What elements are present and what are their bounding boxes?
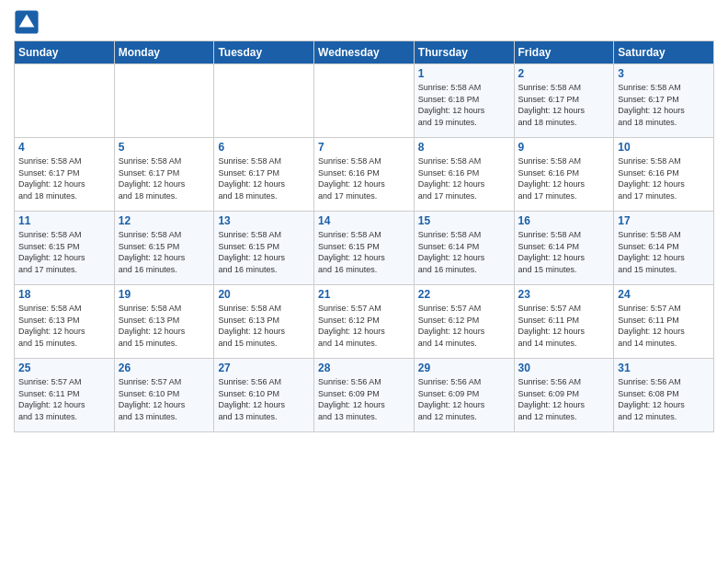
- day-cell: [314, 64, 415, 138]
- day-number: 20: [218, 288, 310, 301]
- day-info: Sunrise: 5:58 AM Sunset: 6:14 PM Dayligh…: [518, 229, 610, 275]
- day-cell: 3Sunrise: 5:58 AM Sunset: 6:17 PM Daylig…: [614, 64, 714, 138]
- header: [14, 9, 714, 35]
- day-cell: 23Sunrise: 5:57 AM Sunset: 6:11 PM Dayli…: [514, 285, 614, 359]
- day-number: 2: [518, 67, 610, 80]
- day-info: Sunrise: 5:56 AM Sunset: 6:09 PM Dayligh…: [318, 376, 410, 422]
- day-info: Sunrise: 5:58 AM Sunset: 6:13 PM Dayligh…: [18, 303, 110, 349]
- day-number: 31: [618, 362, 710, 374]
- day-cell: 4Sunrise: 5:58 AM Sunset: 6:17 PM Daylig…: [15, 138, 115, 212]
- col-wednesday: Wednesday: [314, 41, 415, 64]
- day-info: Sunrise: 5:56 AM Sunset: 6:10 PM Dayligh…: [218, 376, 310, 422]
- day-number: 1: [418, 67, 510, 80]
- day-number: 13: [218, 214, 310, 227]
- day-info: Sunrise: 5:58 AM Sunset: 6:15 PM Dayligh…: [318, 229, 410, 275]
- day-cell: 29Sunrise: 5:56 AM Sunset: 6:09 PM Dayli…: [414, 359, 514, 432]
- day-info: Sunrise: 5:57 AM Sunset: 6:11 PM Dayligh…: [618, 303, 710, 349]
- day-cell: 11Sunrise: 5:58 AM Sunset: 6:15 PM Dayli…: [15, 212, 115, 285]
- calendar-header: Sunday Monday Tuesday Wednesday Thursday…: [15, 41, 714, 64]
- week-row-2: 4Sunrise: 5:58 AM Sunset: 6:17 PM Daylig…: [15, 138, 714, 212]
- day-info: Sunrise: 5:57 AM Sunset: 6:11 PM Dayligh…: [518, 303, 610, 349]
- day-number: 22: [418, 288, 510, 301]
- day-info: Sunrise: 5:58 AM Sunset: 6:17 PM Dayligh…: [518, 82, 610, 128]
- day-number: 27: [218, 362, 310, 374]
- day-cell: 24Sunrise: 5:57 AM Sunset: 6:11 PM Dayli…: [614, 285, 714, 359]
- day-cell: 17Sunrise: 5:58 AM Sunset: 6:14 PM Dayli…: [614, 212, 714, 285]
- day-cell: 14Sunrise: 5:58 AM Sunset: 6:15 PM Dayli…: [314, 212, 415, 285]
- calendar-table: Sunday Monday Tuesday Wednesday Thursday…: [14, 40, 714, 432]
- week-row-5: 25Sunrise: 5:57 AM Sunset: 6:11 PM Dayli…: [15, 359, 714, 432]
- day-number: 3: [618, 67, 710, 80]
- day-number: 21: [318, 288, 410, 301]
- day-cell: 12Sunrise: 5:58 AM Sunset: 6:15 PM Dayli…: [114, 212, 214, 285]
- day-info: Sunrise: 5:56 AM Sunset: 6:09 PM Dayligh…: [418, 376, 510, 422]
- col-monday: Monday: [114, 41, 214, 64]
- day-number: 29: [418, 362, 510, 374]
- day-number: 23: [518, 288, 610, 301]
- day-info: Sunrise: 5:58 AM Sunset: 6:15 PM Dayligh…: [218, 229, 310, 275]
- day-cell: 21Sunrise: 5:57 AM Sunset: 6:12 PM Dayli…: [314, 285, 415, 359]
- day-info: Sunrise: 5:57 AM Sunset: 6:11 PM Dayligh…: [18, 376, 110, 422]
- day-number: 9: [518, 141, 610, 154]
- day-cell: 20Sunrise: 5:58 AM Sunset: 6:13 PM Dayli…: [214, 285, 314, 359]
- day-cell: 18Sunrise: 5:58 AM Sunset: 6:13 PM Dayli…: [15, 285, 115, 359]
- day-info: Sunrise: 5:58 AM Sunset: 6:13 PM Dayligh…: [119, 303, 210, 349]
- day-info: Sunrise: 5:57 AM Sunset: 6:10 PM Dayligh…: [119, 376, 210, 422]
- day-number: 17: [618, 214, 710, 227]
- week-row-3: 11Sunrise: 5:58 AM Sunset: 6:15 PM Dayli…: [15, 212, 714, 285]
- day-number: 24: [618, 288, 710, 301]
- day-number: 28: [318, 362, 410, 374]
- day-cell: 13Sunrise: 5:58 AM Sunset: 6:15 PM Dayli…: [214, 212, 314, 285]
- day-number: 4: [18, 141, 110, 154]
- day-cell: 30Sunrise: 5:56 AM Sunset: 6:09 PM Dayli…: [514, 359, 614, 432]
- page: Sunday Monday Tuesday Wednesday Thursday…: [0, 0, 728, 442]
- day-info: Sunrise: 5:58 AM Sunset: 6:16 PM Dayligh…: [318, 155, 410, 201]
- col-saturday: Saturday: [614, 41, 714, 64]
- week-row-4: 18Sunrise: 5:58 AM Sunset: 6:13 PM Dayli…: [15, 285, 714, 359]
- day-info: Sunrise: 5:58 AM Sunset: 6:14 PM Dayligh…: [418, 229, 510, 275]
- day-number: 5: [119, 141, 210, 154]
- day-info: Sunrise: 5:57 AM Sunset: 6:12 PM Dayligh…: [318, 303, 410, 349]
- day-number: 6: [218, 141, 310, 154]
- day-number: 10: [618, 141, 710, 154]
- col-sunday: Sunday: [15, 41, 115, 64]
- day-info: Sunrise: 5:58 AM Sunset: 6:17 PM Dayligh…: [618, 82, 710, 128]
- day-info: Sunrise: 5:58 AM Sunset: 6:17 PM Dayligh…: [218, 155, 310, 201]
- day-info: Sunrise: 5:56 AM Sunset: 6:08 PM Dayligh…: [618, 376, 710, 422]
- day-info: Sunrise: 5:58 AM Sunset: 6:16 PM Dayligh…: [618, 155, 710, 201]
- col-tuesday: Tuesday: [214, 41, 314, 64]
- day-cell: 7Sunrise: 5:58 AM Sunset: 6:16 PM Daylig…: [314, 138, 415, 212]
- day-cell: [214, 64, 314, 138]
- day-number: 12: [119, 214, 210, 227]
- day-cell: 28Sunrise: 5:56 AM Sunset: 6:09 PM Dayli…: [314, 359, 415, 432]
- day-info: Sunrise: 5:58 AM Sunset: 6:17 PM Dayligh…: [119, 155, 210, 201]
- day-number: 19: [119, 288, 210, 301]
- day-number: 11: [18, 214, 110, 227]
- day-cell: 1Sunrise: 5:58 AM Sunset: 6:18 PM Daylig…: [414, 64, 514, 138]
- day-cell: 9Sunrise: 5:58 AM Sunset: 6:16 PM Daylig…: [514, 138, 614, 212]
- day-cell: 27Sunrise: 5:56 AM Sunset: 6:10 PM Dayli…: [214, 359, 314, 432]
- day-info: Sunrise: 5:58 AM Sunset: 6:13 PM Dayligh…: [218, 303, 310, 349]
- calendar-body: 1Sunrise: 5:58 AM Sunset: 6:18 PM Daylig…: [15, 64, 714, 432]
- day-number: 18: [18, 288, 110, 301]
- week-row-1: 1Sunrise: 5:58 AM Sunset: 6:18 PM Daylig…: [15, 64, 714, 138]
- logo-icon: [14, 9, 40, 35]
- day-number: 7: [318, 141, 410, 154]
- day-info: Sunrise: 5:58 AM Sunset: 6:17 PM Dayligh…: [18, 155, 110, 201]
- day-number: 26: [119, 362, 210, 374]
- day-cell: 25Sunrise: 5:57 AM Sunset: 6:11 PM Dayli…: [15, 359, 115, 432]
- day-cell: 15Sunrise: 5:58 AM Sunset: 6:14 PM Dayli…: [414, 212, 514, 285]
- day-cell: 10Sunrise: 5:58 AM Sunset: 6:16 PM Dayli…: [614, 138, 714, 212]
- day-cell: [15, 64, 115, 138]
- day-cell: 26Sunrise: 5:57 AM Sunset: 6:10 PM Dayli…: [114, 359, 214, 432]
- day-info: Sunrise: 5:58 AM Sunset: 6:14 PM Dayligh…: [618, 229, 710, 275]
- day-cell: 22Sunrise: 5:57 AM Sunset: 6:12 PM Dayli…: [414, 285, 514, 359]
- day-cell: 31Sunrise: 5:56 AM Sunset: 6:08 PM Dayli…: [614, 359, 714, 432]
- col-thursday: Thursday: [414, 41, 514, 64]
- day-info: Sunrise: 5:58 AM Sunset: 6:16 PM Dayligh…: [418, 155, 510, 201]
- col-friday: Friday: [514, 41, 614, 64]
- logo: [14, 9, 41, 35]
- day-number: 30: [518, 362, 610, 374]
- day-cell: 8Sunrise: 5:58 AM Sunset: 6:16 PM Daylig…: [414, 138, 514, 212]
- day-cell: 16Sunrise: 5:58 AM Sunset: 6:14 PM Dayli…: [514, 212, 614, 285]
